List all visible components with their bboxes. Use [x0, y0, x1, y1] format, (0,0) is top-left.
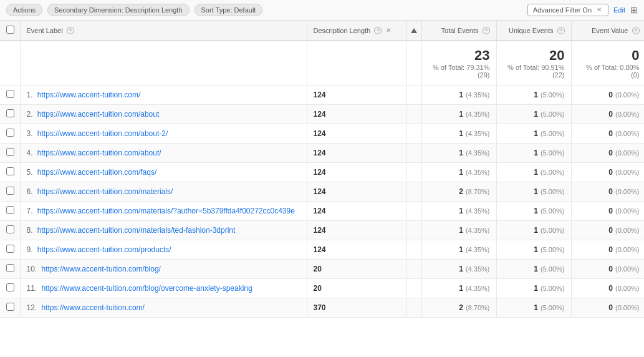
row-number: 6.	[27, 187, 33, 196]
row-desc-value: 124	[314, 187, 326, 196]
summary-unique-pct: % of Total: 90.91% (22)	[503, 64, 565, 79]
row-check-cell	[0, 240, 20, 260]
row-checkbox[interactable]	[6, 283, 14, 291]
header-event-value: Event Value ?	[571, 21, 644, 41]
row-unique-cell: 1 (5.00%)	[496, 298, 571, 318]
edit-link[interactable]: Edit	[613, 6, 625, 14]
row-unique-pct: (5.00%)	[541, 304, 565, 311]
row-checkbox[interactable]	[6, 109, 14, 117]
row-unique-cell: 1 (5.00%)	[496, 240, 571, 260]
row-value-pct: (0.00%)	[615, 188, 640, 195]
select-all-checkbox[interactable]	[6, 26, 14, 34]
event-value-header-text: Event Value	[592, 27, 628, 34]
desc-length-help-icon[interactable]: ?	[374, 27, 382, 34]
row-unique-value: 1	[534, 168, 538, 177]
header-description-length: Description Length ? ✕	[307, 21, 406, 41]
row-label-link[interactable]: https://www.accent-tuition.com/materials…	[37, 226, 235, 235]
row-desc-value: 370	[314, 303, 326, 312]
unique-events-help-icon[interactable]: ?	[557, 27, 565, 34]
row-check-cell	[0, 298, 20, 318]
summary-row: 23 % of Total: 79.31% (29) 20 % of Total…	[0, 41, 644, 86]
sort-type-pill[interactable]: Sort Type: Default	[195, 4, 263, 16]
close-icon[interactable]: ✕	[595, 6, 603, 14]
row-label-link[interactable]: https://www.accent-tuition.com/	[37, 90, 140, 99]
row-unique-cell: 1 (5.00%)	[496, 163, 571, 182]
row-value-cell: 0 (0.00%)	[571, 86, 644, 105]
row-label-link[interactable]: https://www.accent-tuition.com/about	[37, 110, 159, 119]
row-checkbox[interactable]	[6, 148, 14, 156]
table-row: 7. https://www.accent-tuition.com/materi…	[0, 202, 644, 221]
row-value-cell: 0 (0.00%)	[571, 105, 644, 124]
row-number: 12.	[27, 303, 37, 312]
row-total-value: 1	[459, 245, 463, 254]
row-total-cell: 1 (4.35%)	[421, 86, 496, 105]
row-value-pct: (0.00%)	[615, 110, 640, 118]
row-checkbox[interactable]	[6, 245, 14, 253]
row-arrow-cell	[406, 124, 421, 144]
row-label-link[interactable]: https://www.accent-tuition.com/about-2/	[37, 129, 168, 138]
row-checkbox[interactable]	[6, 225, 14, 233]
sort-ascending-icon[interactable]	[411, 28, 417, 33]
grid-icon[interactable]: ⊞	[630, 5, 638, 15]
row-label-link[interactable]: https://www.accent-tuition.com/materials…	[37, 207, 295, 215]
row-number: 8.	[27, 226, 33, 235]
row-checkbox[interactable]	[6, 206, 14, 214]
row-label-link[interactable]: https://www.accent-tuition.com/blog/	[42, 265, 161, 273]
row-label-link[interactable]: https://www.accent-tuition.com/	[42, 303, 145, 312]
summary-total-value: 23	[428, 47, 490, 64]
row-value-cell: 0 (0.00%)	[571, 144, 644, 163]
row-total-pct: (4.35%)	[466, 207, 490, 215]
desc-length-close-icon[interactable]: ✕	[385, 27, 392, 34]
row-check-cell	[0, 279, 20, 298]
row-check-cell	[0, 202, 20, 221]
summary-label-cell	[20, 41, 307, 86]
event-value-help-icon[interactable]: ?	[632, 27, 640, 34]
summary-total-pct: % of Total: 79.31% (29)	[428, 64, 490, 79]
row-label-link[interactable]: https://www.accent-tuition.com/faqs/	[37, 168, 156, 177]
row-checkbox[interactable]	[6, 167, 14, 175]
row-checkbox[interactable]	[6, 303, 14, 311]
table-row: 12. https://www.accent-tuition.com/ 370 …	[0, 298, 644, 318]
row-label-link[interactable]: https://www.accent-tuition.com/products/	[37, 245, 171, 254]
row-unique-cell: 1 (5.00%)	[496, 144, 571, 163]
table-row: 5. https://www.accent-tuition.com/faqs/ …	[0, 163, 644, 182]
row-desc-value: 124	[314, 168, 326, 177]
row-checkbox[interactable]	[6, 187, 14, 195]
row-value-cell: 0 (0.00%)	[571, 260, 644, 279]
secondary-dimension-pill[interactable]: Secondary Dimension: Description Length	[47, 4, 189, 16]
header-event-label: Event Label ?	[20, 21, 307, 41]
row-label-link[interactable]: https://www.accent-tuition.com/materials…	[37, 187, 173, 196]
total-events-help-icon[interactable]: ?	[483, 27, 490, 34]
row-event-value: 0	[608, 187, 613, 196]
row-label-link[interactable]: https://www.accent-tuition.com/blog/over…	[42, 284, 252, 293]
row-event-value: 0	[608, 226, 613, 235]
row-total-value: 2	[459, 303, 463, 312]
total-events-header-text: Total Events	[441, 27, 479, 34]
event-label-help-icon[interactable]: ?	[67, 27, 74, 34]
unique-events-header-text: Unique Events	[509, 27, 554, 34]
row-desc-cell: 124	[307, 182, 406, 202]
row-checkbox[interactable]	[6, 90, 14, 98]
row-checkbox[interactable]	[6, 264, 14, 272]
row-total-cell: 2 (8.70%)	[421, 298, 496, 318]
row-checkbox[interactable]	[6, 129, 14, 137]
row-total-value: 1	[459, 207, 463, 215]
row-total-value: 1	[459, 265, 463, 273]
row-unique-value: 1	[534, 226, 538, 235]
row-desc-cell: 124	[307, 144, 406, 163]
row-label-link[interactable]: https://www.accent-tuition.com/about/	[37, 149, 161, 157]
row-arrow-cell	[406, 163, 421, 182]
row-label-cell: 6. https://www.accent-tuition.com/materi…	[20, 182, 307, 202]
summary-value-pct: % of Total: 0.00% (0)	[578, 64, 640, 79]
main-table: Event Label ? Description Length ? ✕ Tot…	[0, 21, 644, 318]
actions-pill[interactable]: Actions	[6, 4, 42, 16]
event-label-header-text: Event Label	[27, 27, 63, 34]
row-unique-cell: 1 (5.00%)	[496, 202, 571, 221]
row-event-value: 0	[608, 265, 613, 273]
summary-value-cell: 0 % of Total: 0.00% (0)	[571, 41, 644, 86]
row-event-value: 0	[608, 110, 613, 119]
table-row: 11. https://www.accent-tuition.com/blog/…	[0, 279, 644, 298]
advanced-filter-button[interactable]: Advanced Filter On ✕	[527, 4, 608, 16]
row-value-cell: 0 (0.00%)	[571, 240, 644, 260]
advanced-filter-label: Advanced Filter On	[533, 6, 592, 14]
